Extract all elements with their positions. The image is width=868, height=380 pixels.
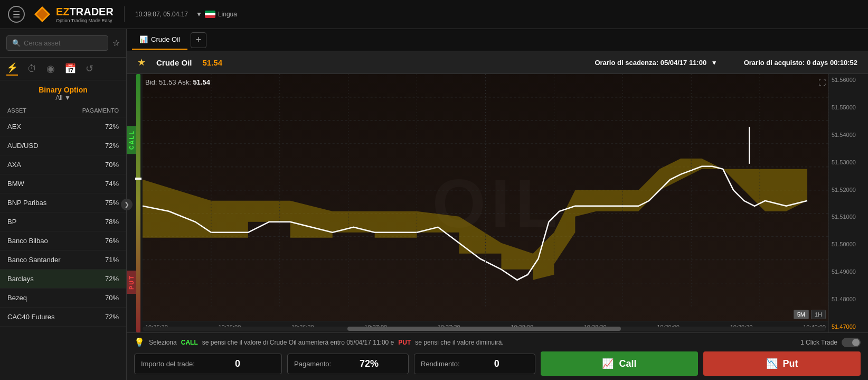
chart-expiry-label: Orario di scadenza: xyxy=(595,59,658,67)
chart-header: ★ Crude Oil 51.54 Orario di scadenza: 05… xyxy=(127,51,868,74)
chart-scrollbar[interactable] xyxy=(143,327,826,331)
nav-active-icon[interactable]: ⚡ xyxy=(6,62,18,76)
chart-buy-time-value: 0 days 00:10:52 xyxy=(807,59,857,67)
bottom-controls: Importo del trade: 0 Pagamento: 72% Rend… xyxy=(134,351,861,376)
rendimento-value: 0 xyxy=(465,358,529,369)
list-item[interactable]: Banco Bilbao 76% xyxy=(0,231,126,251)
list-item[interactable]: BNP Paribas 75% xyxy=(0,193,126,212)
section-title: Binary Option xyxy=(7,86,119,94)
trade-amount-label: Importo del trade: xyxy=(141,360,195,368)
tabs-bar: 📊 Crude Oil + xyxy=(127,29,868,51)
put-button[interactable]: 📉 Put xyxy=(703,351,861,376)
col-payout: PAGAMENTO xyxy=(82,107,119,114)
y-label: 51.56000 xyxy=(832,77,865,83)
tab-label: Crude Oil xyxy=(151,35,180,43)
logo-icon xyxy=(33,5,51,23)
main-content: 📊 Crude Oil + ★ Crude Oil 51.54 Orario d… xyxy=(127,29,868,380)
nav-history-icon[interactable]: ⏱ xyxy=(27,63,37,75)
nav-live-icon[interactable]: ◉ xyxy=(46,63,55,75)
put-button-label: Put xyxy=(783,358,798,369)
tab-crude-oil[interactable]: 📊 Crude Oil xyxy=(132,30,187,50)
svg-marker-11 xyxy=(143,159,807,280)
y-label: 51.54000 xyxy=(832,132,865,138)
asset-table-header: ASSET PAGAMENTO xyxy=(0,104,126,117)
chart-buy-time: Orario di acquisto: 0 days 00:10:52 xyxy=(744,59,857,67)
logo: EZTRADER Option Trading Made Easy xyxy=(33,5,114,24)
add-tab-button[interactable]: + xyxy=(191,32,206,48)
chart-buy-time-label: Orario di acquisto: xyxy=(744,59,805,67)
svg-marker-1 xyxy=(36,8,48,20)
one-click-toggle[interactable] xyxy=(842,338,861,347)
chart-favorite-icon[interactable]: ★ xyxy=(137,57,146,68)
list-item[interactable]: AEX 72% xyxy=(0,117,126,136)
sidebar: 🔍 Cerca asset ☆ ⚡ ⏱ ◉ 📅 ↺ Binary Option … xyxy=(0,29,127,380)
nav-calendar-icon[interactable]: 📅 xyxy=(64,63,76,75)
list-item-barclays[interactable]: Barclays 72% xyxy=(0,270,126,289)
chart-svg xyxy=(143,74,828,307)
one-click-trade-area: 1 Click Trade xyxy=(800,338,861,347)
sidebar-search-area: 🔍 Cerca asset ☆ xyxy=(0,29,126,58)
bulb-icon: 💡 xyxy=(134,337,145,347)
asset-list: AEX 72% AUD/USD 72% AXA 70% BMW 74% BNP … xyxy=(0,117,126,380)
timeframe-1h-button[interactable]: 1H xyxy=(811,310,826,319)
list-item[interactable]: CAC40 Futures 72% xyxy=(0,308,126,327)
call-button-label: Call xyxy=(619,358,636,369)
col-asset: ASSET xyxy=(7,107,26,114)
trade-amount-value: 0 xyxy=(200,358,275,369)
call-button-icon: 📈 xyxy=(602,358,614,369)
language-selector[interactable]: ▼ Lingua xyxy=(196,11,237,18)
timeframe-buttons: 5M 1H xyxy=(794,310,826,319)
y-label: 51.55000 xyxy=(832,104,865,110)
toggle-knob xyxy=(852,339,860,346)
nav-undo-icon[interactable]: ↺ xyxy=(86,63,93,75)
sidebar-expand-arrow[interactable]: ❯ xyxy=(121,199,133,210)
sidebar-nav: ⚡ ⏱ ◉ 📅 ↺ xyxy=(0,58,126,80)
logo-text: EZTRADER Option Trading Made Easy xyxy=(56,6,114,23)
rendimento-field: Rendimento: 0 xyxy=(414,354,535,374)
payout-field: Pagamento: 72% xyxy=(287,354,409,374)
search-input-container[interactable]: 🔍 Cerca asset xyxy=(6,35,108,51)
y-axis: 51.56000 51.55000 51.54000 51.53000 51.5… xyxy=(828,74,868,332)
gauge-indicator xyxy=(135,178,141,180)
tab-chart-icon: 📊 xyxy=(139,35,148,43)
y-label: 51.53000 xyxy=(832,159,865,165)
payout-label: Pagamento: xyxy=(294,360,331,368)
section-filter[interactable]: All ▼ xyxy=(7,94,119,101)
y-label: 51.47000 xyxy=(832,323,865,330)
payout-value: 72% xyxy=(336,358,402,369)
list-item[interactable]: AXA 70% xyxy=(0,155,126,174)
favorites-star-icon[interactable]: ☆ xyxy=(112,38,120,48)
list-item[interactable]: BMW 74% xyxy=(0,174,126,193)
chart-scrollbar-thumb[interactable] xyxy=(347,327,621,331)
timeframe-5m-button[interactable]: 5M xyxy=(794,310,809,319)
y-label: 51.52000 xyxy=(832,187,865,193)
info-prefix: Seleziona xyxy=(149,339,177,346)
menu-button[interactable]: ☰ xyxy=(8,6,25,23)
y-label: 51.48000 xyxy=(832,296,865,302)
call-button[interactable]: 📈 Call xyxy=(541,351,698,376)
language-label: Lingua xyxy=(218,11,237,18)
list-item[interactable]: AUD/USD 72% xyxy=(0,136,126,155)
header-time: 10:39:07, 05.04.17 xyxy=(135,11,188,18)
y-label: 51.49000 xyxy=(832,268,865,275)
put-button-icon: 📉 xyxy=(766,358,778,369)
gauge-bar xyxy=(136,74,140,332)
list-item[interactable]: BP 78% xyxy=(0,212,126,231)
flag-icon xyxy=(205,11,215,18)
list-item[interactable]: Banco Santander 71% xyxy=(0,251,126,270)
info-call-word: CALL xyxy=(181,339,198,346)
list-item[interactable]: Bezeq 70% xyxy=(0,289,126,308)
header: ☰ EZTRADER Option Trading Made Easy 10:3… xyxy=(0,0,868,29)
info-suffix: se pensi che il valore diminuirà. xyxy=(415,339,503,346)
chart-expiry: Orario di scadenza: 05/04/17 11:00 ▼ xyxy=(595,59,717,67)
main-layout: 🔍 Cerca asset ☆ ⚡ ⏱ ◉ 📅 ↺ Binary Option … xyxy=(0,29,868,380)
call-side-label: CALL xyxy=(127,126,136,154)
chart-asset-name: Crude Oil xyxy=(156,58,192,67)
info-put-word: PUT xyxy=(398,339,411,346)
sidebar-section-header: Binary Option All ▼ xyxy=(0,80,126,104)
menu-icon: ☰ xyxy=(13,10,20,20)
put-side-label: PUT xyxy=(127,271,136,294)
expiry-chevron-icon[interactable]: ▼ xyxy=(711,59,718,67)
search-icon: 🔍 xyxy=(12,39,21,47)
filter-chevron-icon: ▼ xyxy=(64,94,71,101)
